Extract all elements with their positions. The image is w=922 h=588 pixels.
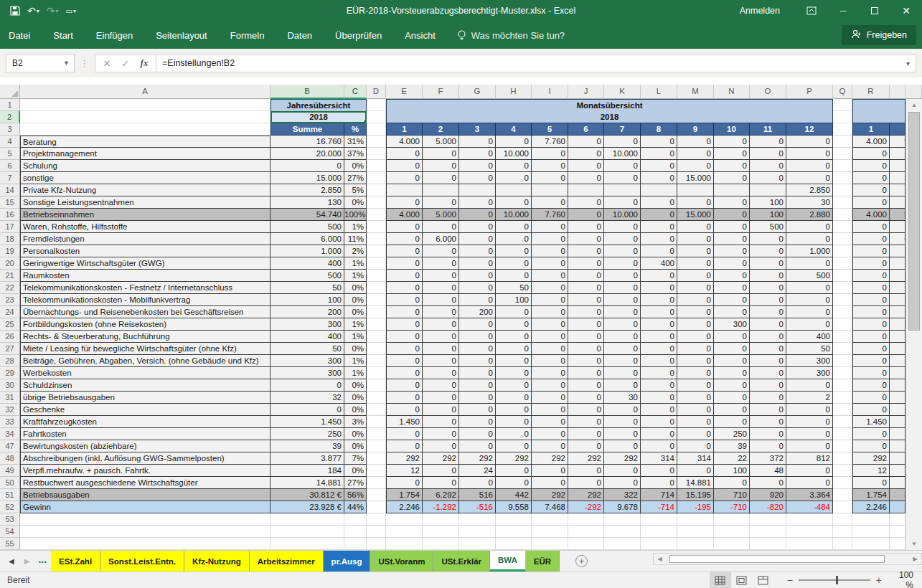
cell[interactable] <box>367 489 386 501</box>
row-header[interactable]: 52 <box>0 501 20 513</box>
month-value-cell[interactable]: 0 <box>604 355 641 367</box>
row-header[interactable]: 2 <box>0 111 20 123</box>
cell[interactable] <box>677 526 714 538</box>
month-value-cell[interactable]: 0 <box>423 416 459 428</box>
cumulative-value-cell[interactable]: 954 <box>890 501 905 513</box>
month-value-cell[interactable]: 0 <box>423 428 459 440</box>
row-header[interactable]: 32 <box>0 404 20 416</box>
month-value-cell[interactable]: 0 <box>604 294 641 306</box>
month-value-cell[interactable]: 0 <box>714 367 750 379</box>
month-value-cell[interactable]: 0 <box>786 477 833 489</box>
cell[interactable] <box>367 404 386 416</box>
month-value-cell[interactable]: 292 <box>604 452 641 465</box>
sheet-tab-est-zahl[interactable]: ESt.Zahl <box>51 551 100 572</box>
month-value-cell[interactable]: 0 <box>641 160 677 172</box>
month-value-cell[interactable]: 0 <box>459 148 496 160</box>
sum-cell[interactable]: 3.877 <box>271 452 344 465</box>
percent-cell[interactable]: 0% <box>344 404 367 416</box>
cell[interactable] <box>833 318 852 331</box>
month-value-cell[interactable]: 0 <box>568 233 604 245</box>
save-icon[interactable] <box>7 6 23 16</box>
cell[interactable] <box>271 526 344 538</box>
month-value-cell[interactable]: 0 <box>604 136 641 148</box>
month-value-cell[interactable]: 0 <box>459 221 496 233</box>
row-header[interactable]: 31 <box>0 392 20 404</box>
month-value-cell[interactable]: 0 <box>641 270 677 282</box>
month-value-cell[interactable]: 0 <box>786 136 833 148</box>
percent-cell[interactable]: 0% <box>344 343 367 355</box>
month-value-cell[interactable]: 0 <box>641 355 677 367</box>
enter-icon[interactable]: ✓ <box>117 58 134 69</box>
name-box-dropdown-icon[interactable]: ▼ <box>63 60 74 67</box>
row-header[interactable]: 14 <box>0 184 20 196</box>
month-value-cell[interactable]: 0 <box>750 306 786 318</box>
cell[interactable] <box>459 526 496 538</box>
cell[interactable] <box>496 526 532 538</box>
month-value-cell[interactable]: 710 <box>714 489 750 501</box>
month-value-cell[interactable]: 14.881 <box>677 477 714 489</box>
month-value-cell[interactable]: 0 <box>604 282 641 294</box>
cumulative-value-cell[interactable]: 0 <box>852 245 890 257</box>
cell[interactable] <box>367 343 386 355</box>
scroll-up-icon[interactable]: ▲ <box>906 99 922 111</box>
month-value-cell[interactable]: 0 <box>459 367 496 379</box>
month-value-cell[interactable]: 0 <box>604 196 641 209</box>
cell[interactable] <box>367 306 386 318</box>
sheet-nav-left-icon[interactable]: ◀ <box>9 557 14 565</box>
qat-customize-button[interactable]: ▭▾ <box>63 7 79 15</box>
month-value-cell[interactable]: 0 <box>459 318 496 331</box>
month-value-cell[interactable]: 0 <box>496 392 532 404</box>
cumulative-value-cell[interactable]: 0 <box>890 477 905 489</box>
month-value-cell[interactable]: 0 <box>496 331 532 343</box>
month-value-cell[interactable]: 0 <box>423 379 459 392</box>
month-value-cell[interactable]: 0 <box>496 355 532 367</box>
row-header[interactable]: 29 <box>0 367 20 379</box>
cell[interactable] <box>833 233 852 245</box>
cumulative-value-cell[interactable]: 0 <box>890 172 905 184</box>
cell[interactable] <box>367 209 386 221</box>
row-header[interactable]: 30 <box>0 379 20 392</box>
cumulative-value-cell[interactable]: 0 <box>890 428 905 440</box>
month-value-cell[interactable]: 10.000 <box>496 148 532 160</box>
month-value-cell[interactable]: 0 <box>641 136 677 148</box>
month-value-cell[interactable]: 0 <box>532 343 568 355</box>
month-value-cell[interactable]: 0 <box>568 465 604 477</box>
month-value-cell[interactable]: 0 <box>714 404 750 416</box>
cell[interactable] <box>271 513 344 526</box>
month-value-cell[interactable]: 1.000 <box>786 245 833 257</box>
percent-cell[interactable]: 11% <box>344 233 367 245</box>
month-value-cell[interactable] <box>641 184 677 196</box>
month-value-cell[interactable]: 0 <box>423 465 459 477</box>
month-value-cell[interactable] <box>750 184 786 196</box>
cell[interactable] <box>367 416 386 428</box>
cell[interactable] <box>833 196 852 209</box>
percent-cell[interactable]: 0% <box>344 392 367 404</box>
percent-cell[interactable]: 0% <box>344 379 367 392</box>
month-value-cell[interactable]: 0 <box>423 318 459 331</box>
month-value-cell[interactable]: 0 <box>786 465 833 477</box>
month-value-cell[interactable]: 0 <box>568 318 604 331</box>
month-value-cell[interactable]: 0 <box>496 416 532 428</box>
month-value-cell[interactable]: 0 <box>786 379 833 392</box>
percent-cell[interactable]: 0% <box>344 440 367 452</box>
month-value-cell[interactable]: 22 <box>714 452 750 465</box>
month-value-cell[interactable]: 314 <box>677 452 714 465</box>
column-header[interactable]: E <box>386 85 423 99</box>
row-header[interactable]: 23 <box>0 294 20 306</box>
month-value-cell[interactable]: 0 <box>532 367 568 379</box>
row-label-cell[interactable]: Gewinn <box>20 501 271 513</box>
month-value-cell[interactable]: 0 <box>496 343 532 355</box>
cell[interactable] <box>386 513 423 526</box>
cell[interactable] <box>714 513 750 526</box>
month-value-cell[interactable]: 0 <box>641 404 677 416</box>
cumulative-value-cell[interactable]: 0 <box>852 294 890 306</box>
percent-cell[interactable]: 5% <box>344 184 367 196</box>
cell[interactable] <box>833 136 852 148</box>
month-value-cell[interactable]: 2.850 <box>786 184 833 196</box>
month-value-cell[interactable]: 372 <box>750 452 786 465</box>
cell[interactable] <box>833 184 852 196</box>
column-header[interactable]: O <box>750 85 786 99</box>
month-value-cell[interactable]: 0 <box>677 440 714 452</box>
column-header[interactable]: D <box>367 85 386 99</box>
cumulative-value-cell[interactable]: 0 <box>890 257 905 270</box>
